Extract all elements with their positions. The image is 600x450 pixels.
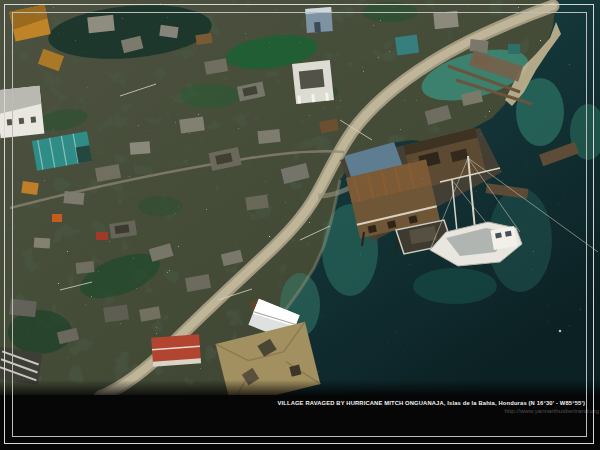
wallpaper: VILLAGE RAVAGED BY HURRICANE MITCH ONGUA… [0,0,600,450]
credit-url: http://www.yannarthusbertrand.org [504,407,599,414]
caption-bar: VILLAGE RAVAGED BY HURRICANE MITCH ONGUA… [0,395,600,450]
photo-scene [0,0,600,406]
aerial-photo: VILLAGE RAVAGED BY HURRICANE MITCH ONGUA… [0,0,600,450]
caption-title: VILLAGE RAVAGED BY HURRICANE MITCH ONGUA… [277,400,585,406]
